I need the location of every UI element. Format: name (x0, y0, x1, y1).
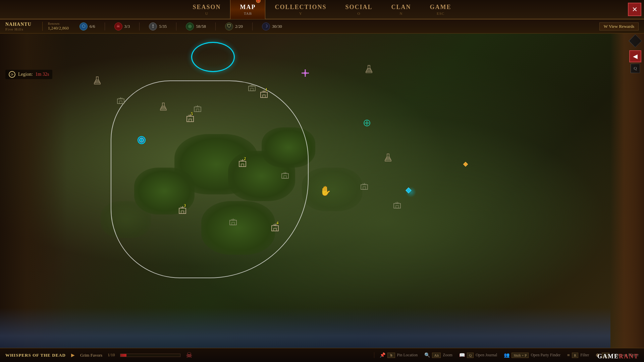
svg-rect-35 (194, 107, 201, 112)
map-area[interactable]: ⟳ Legion: 1m 32s 1 2 (0, 34, 644, 348)
svg-rect-55 (361, 185, 368, 189)
nav-social-label: SOCIAL (345, 4, 373, 11)
svg-rect-3 (263, 95, 265, 98)
nav-social[interactable]: SOCIAL O (336, 0, 382, 19)
statue-icon-3[interactable] (366, 65, 372, 73)
stat-compass: ◎ 58/58 (186, 22, 206, 31)
cyan-diamond-1[interactable] (463, 162, 468, 167)
gate-icon-4[interactable] (229, 218, 237, 226)
nav-season[interactable]: SEASON U (183, 0, 230, 19)
dungeon-icon-1[interactable]: 1 (260, 89, 268, 101)
dungeons-icon: ☠ (114, 22, 122, 31)
nav-clan-label: CLAN (391, 4, 411, 11)
events-icon: ! (149, 22, 157, 31)
svg-rect-30 (117, 99, 124, 104)
statue-svg-2 (160, 102, 167, 111)
nav-game-key: ESC (437, 11, 444, 15)
dungeon-icon-4[interactable]: 4 (271, 223, 279, 234)
svg-rect-18 (274, 228, 276, 231)
hotkey-zoom: 🔍 Alt Zoom (424, 352, 452, 358)
special-icon-1[interactable] (301, 69, 310, 77)
nav-clan[interactable]: CLAN N (382, 0, 421, 19)
svg-rect-69 (162, 103, 164, 106)
stat-skull: ☽ 30/30 (262, 22, 282, 31)
dungeon-num-2: 2 (244, 156, 246, 161)
party-key: Shift + P (512, 353, 529, 358)
nav-game-label: GAME (430, 4, 451, 11)
zoom-label: Zoom (443, 353, 452, 358)
dungeon-num-1: 1 (265, 87, 268, 92)
nav-collections-key: Y (299, 11, 302, 15)
nav-map[interactable]: 📍 MAP TAB (230, 0, 265, 19)
waypoint-svg (137, 135, 146, 145)
gate-icon-6[interactable] (361, 183, 368, 190)
svg-rect-65 (96, 77, 98, 80)
nav-social-key: O (358, 11, 361, 15)
helmet-value: 2/20 (235, 24, 243, 29)
filter-icon: ≡ (567, 353, 570, 358)
svg-rect-45 (230, 220, 236, 225)
top-navigation: SEASON U 📍 MAP TAB COLLECTIONS Y SOCIAL … (0, 0, 644, 19)
terrain-patch-7 (101, 201, 151, 238)
nav-season-label: SEASON (193, 4, 221, 11)
party-icon: 👥 (504, 352, 509, 358)
filter-label: Filter (580, 353, 589, 358)
waypoint-icon: ⬡ (79, 22, 88, 31)
gate-icon-1[interactable] (117, 97, 124, 104)
hotkey-filter: ≡ R Filter (567, 353, 589, 358)
gate-icon-7[interactable] (393, 201, 401, 209)
nav-map-label: MAP (240, 4, 256, 11)
location-info: NAHANTU Five Hills (5, 22, 32, 31)
renown-display: Renown: 1,240/2,860 (42, 22, 69, 31)
stat-waypoints: ⬡ 6/6 (79, 22, 95, 31)
svg-rect-40 (249, 86, 255, 91)
waypoint-icon-1[interactable] (137, 135, 146, 145)
stat-helmet: ⛉ 2/20 (225, 22, 243, 31)
party-label: Open Party Finder (531, 353, 560, 358)
gate-svg-3 (248, 84, 256, 92)
dungeon-icon-2[interactable]: 2 (238, 159, 247, 170)
svg-rect-13 (181, 211, 184, 214)
legion-countdown: 1m 32s (36, 72, 49, 77)
nav-collections[interactable]: COLLECTIONS Y (265, 0, 336, 19)
svg-rect-41 (251, 88, 253, 91)
svg-rect-61 (396, 205, 398, 208)
statue-svg-3 (366, 65, 372, 73)
pin-label: Pin Location (397, 353, 418, 358)
svg-rect-80 (385, 160, 391, 161)
journal-icon: 📖 (459, 352, 465, 358)
gamerant-logo: GAMERANT (597, 353, 639, 360)
left-terrain (0, 34, 67, 348)
gate-icon-5[interactable] (281, 172, 289, 179)
svg-marker-87 (463, 162, 468, 167)
dungeon-icon-3[interactable]: 3 (178, 205, 186, 217)
dungeon-icon-5[interactable]: 5 (186, 114, 194, 125)
gate-svg-1 (117, 97, 124, 104)
statue-icon-2[interactable] (160, 102, 167, 111)
gate-icon-3[interactable] (248, 84, 256, 92)
quest-name: Grim Favors (80, 353, 102, 358)
teal-icon-1[interactable] (363, 119, 371, 127)
statue-icon-4[interactable] (385, 153, 391, 162)
quest-progress-text: 1/10 (108, 353, 115, 358)
journal-label: Open Journal (476, 353, 497, 358)
map-pin-icon: 📍 (256, 0, 261, 3)
gate-svg-6 (361, 183, 368, 190)
close-button[interactable]: ✕ (628, 3, 641, 16)
minimap-collapse-button[interactable]: ◀ (629, 50, 641, 62)
statue-icon-1[interactable] (94, 76, 101, 85)
legion-icon: ⟳ (9, 71, 15, 78)
view-rewards-button[interactable]: W View Rewards (599, 22, 639, 31)
nav-season-key: U (205, 11, 208, 15)
svg-rect-60 (394, 203, 400, 208)
dungeon-num-3: 3 (184, 203, 186, 208)
nav-game[interactable]: GAME ESC (421, 0, 461, 19)
compass-value: 58/58 (196, 24, 206, 29)
location-name: NAHANTU (5, 22, 32, 27)
gamerant-rant: RANT (619, 353, 639, 360)
bottom-bar: WHISPERS OF THE DEAD ▶ Grim Favors 1/10 … (0, 348, 644, 362)
hotkey-journal: 📖 Q Open Journal (459, 352, 497, 358)
helmet-icon: ⛉ (225, 22, 233, 31)
gate-icon-2[interactable] (194, 105, 201, 112)
right-panel (624, 34, 644, 348)
